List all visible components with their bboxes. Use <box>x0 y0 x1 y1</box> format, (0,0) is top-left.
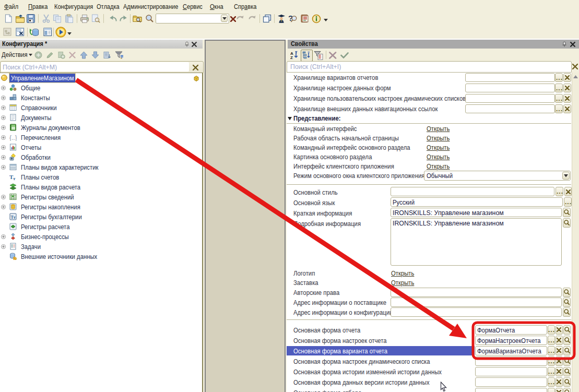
svg-text:Z: Z <box>290 55 293 60</box>
svg-text:т: т <box>13 176 16 181</box>
svg-text:Tт: Tт <box>11 215 16 220</box>
svg-text:{..}: {..} <box>9 134 17 141</box>
